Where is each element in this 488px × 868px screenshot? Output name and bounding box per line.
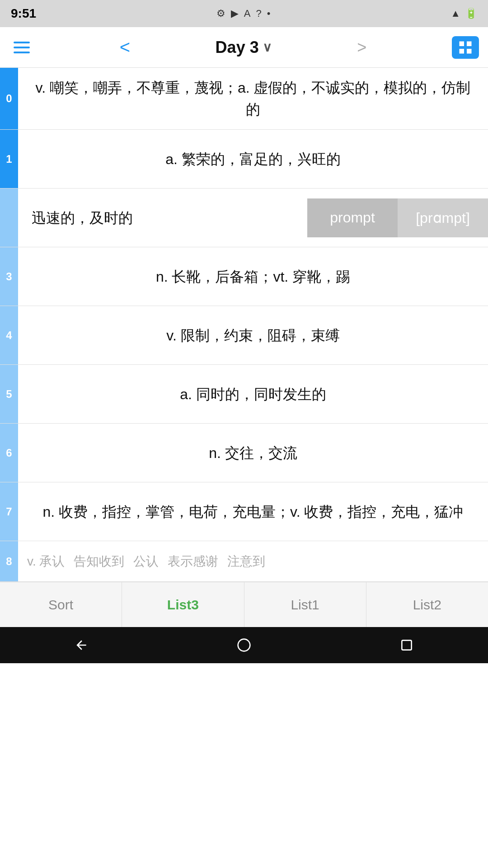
forward-button[interactable]: > — [350, 38, 374, 57]
partial-text-1: v. 承认 — [27, 552, 65, 571]
word-index: 3 — [0, 247, 18, 306]
word-index: 8 — [0, 541, 18, 581]
nav-bar: < Day 3 ∨ > — [0, 27, 488, 68]
word-index: 1 — [0, 130, 18, 188]
word-definition-partial: v. 承认 告知收到 公认 表示感谢 注意到 — [18, 541, 488, 581]
word-definition: v. 嘲笑，嘲弄，不尊重，蔑视；a. 虚假的，不诚实的，模拟的，仿制的 — [18, 68, 488, 129]
word-definition: n. 收费，指控，掌管，电荷，充电量；v. 收费，指控，充电，猛冲 — [18, 482, 488, 541]
bottom-tab-bar: Sort List3 List1 List2 — [0, 582, 488, 627]
word-list: 0 v. 嘲笑，嘲弄，不尊重，蔑视；a. 虚假的，不诚实的，模拟的，仿制的 1 … — [0, 68, 488, 582]
status-right: ▲ 🔋 — [450, 8, 477, 19]
gear-icon: ⚙ — [216, 8, 225, 19]
word-definition: n. 长靴，后备箱；vt. 穿靴，踢 — [18, 247, 488, 306]
word-row[interactable]: 8 v. 承认 告知收到 公认 表示感谢 注意到 — [0, 541, 488, 582]
day-label: Day 3 — [216, 38, 259, 57]
battery-icon: 🔋 — [465, 8, 477, 19]
tab-list1[interactable]: List1 — [244, 582, 366, 627]
tab-sort[interactable]: Sort — [0, 582, 122, 627]
partial-text-3: 公认 — [133, 552, 159, 571]
popup-word: prompt — [307, 198, 398, 237]
android-recent-button[interactable] — [393, 632, 420, 659]
word-definition: n. 交往，交流 — [18, 424, 488, 482]
word-row[interactable]: 0 v. 嘲笑，嘲弄，不尊重，蔑视；a. 虚假的，不诚实的，模拟的，仿制的 — [0, 68, 488, 130]
word-definition: a. 同时的，同时发生的 — [18, 365, 488, 423]
a-icon: A — [244, 8, 251, 19]
word-index: 7 — [0, 482, 18, 541]
signal-icon: ▲ — [450, 8, 460, 19]
tab-list3[interactable]: List3 — [122, 582, 244, 627]
word-index — [0, 189, 18, 247]
play-icon: ▶ — [231, 8, 239, 19]
chevron-down-icon: ∨ — [263, 40, 272, 55]
android-back-button[interactable] — [68, 632, 95, 659]
question-icon: ? — [256, 8, 262, 19]
day-title[interactable]: Day 3 ∨ — [216, 38, 272, 57]
word-index: 5 — [0, 365, 18, 423]
partial-text-5: 注意到 — [227, 552, 265, 571]
word-definition: a. 繁荣的，富足的，兴旺的 — [18, 130, 488, 188]
status-icons: ⚙ ▶ A ? • — [216, 8, 271, 19]
svg-point-0 — [238, 639, 250, 651]
menu-button[interactable] — [9, 37, 34, 58]
tab-list2[interactable]: List2 — [366, 582, 488, 627]
word-definition: v. 限制，约束，阻碍，束缚 — [18, 306, 488, 364]
dot-icon: • — [267, 8, 271, 19]
word-popup[interactable]: prompt [prɑmpt] — [307, 198, 488, 237]
word-row-popup[interactable]: 迅速的，及时的 prompt [prɑmpt] — [0, 189, 488, 247]
word-row[interactable]: 3 n. 长靴，后备箱；vt. 穿靴，踢 — [0, 247, 488, 306]
word-index: 4 — [0, 306, 18, 364]
svg-rect-1 — [402, 640, 411, 650]
word-index: 0 — [0, 68, 18, 129]
word-row[interactable]: 5 a. 同时的，同时发生的 — [0, 365, 488, 424]
status-bar: 9:51 ⚙ ▶ A ? • ▲ 🔋 — [0, 0, 488, 27]
partial-text-4: 表示感谢 — [168, 552, 218, 571]
word-row[interactable]: 6 n. 交往，交流 — [0, 424, 488, 482]
android-nav-bar — [0, 627, 488, 663]
grid-view-button[interactable] — [452, 36, 479, 59]
popup-phonetic: [prɑmpt] — [398, 198, 488, 237]
word-index: 6 — [0, 424, 18, 482]
partial-text-2: 告知收到 — [74, 552, 124, 571]
status-time: 9:51 — [11, 6, 36, 21]
back-button[interactable]: < — [113, 37, 137, 57]
word-row[interactable]: 7 n. 收费，指控，掌管，电荷，充电量；v. 收费，指控，充电，猛冲 — [0, 482, 488, 541]
word-row[interactable]: 4 v. 限制，约束，阻碍，束缚 — [0, 306, 488, 365]
android-home-button[interactable] — [230, 632, 258, 659]
word-row[interactable]: 1 a. 繁荣的，富足的，兴旺的 — [0, 130, 488, 189]
